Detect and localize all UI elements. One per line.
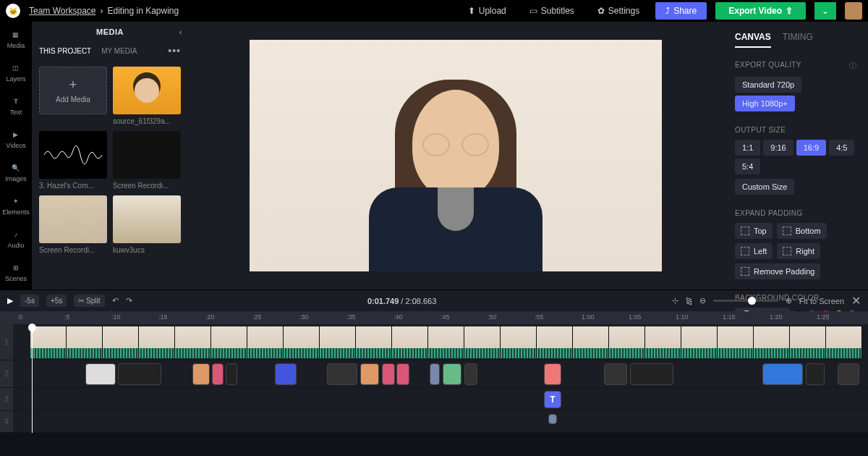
snap-icon[interactable]: ⊹ (672, 296, 678, 305)
tab-timing[interactable]: TIMING (783, 32, 813, 48)
media-more-icon[interactable]: ••• (168, 45, 181, 56)
play-button[interactable]: ▶ (7, 296, 13, 305)
pad-icon (783, 247, 791, 256)
share-icon: ⤴ (665, 6, 670, 16)
sidebar-images[interactable]: 🔍Images (5, 162, 27, 182)
clip[interactable] (443, 363, 461, 385)
video-track-1[interactable] (30, 326, 868, 358)
clip[interactable] (118, 363, 161, 385)
clip[interactable] (630, 363, 673, 385)
video-track-2[interactable] (13, 360, 868, 387)
clip[interactable] (85, 363, 116, 385)
custom-size-button[interactable]: Custom Size (735, 179, 794, 195)
ratio-9-16[interactable]: 9:16 (763, 140, 793, 156)
clip[interactable] (212, 363, 224, 385)
clip[interactable] (604, 363, 627, 385)
text-icon: T (10, 96, 22, 107)
media-item[interactable]: 3. Hazel's Com... (39, 131, 107, 190)
ratio-16-9[interactable]: 16:9 (796, 140, 826, 156)
ratio-1-1[interactable]: 1:1 (735, 140, 760, 156)
user-avatar[interactable] (845, 2, 862, 20)
audio-icon: ♪ (10, 229, 22, 240)
ratio-5-4[interactable]: 5:4 (735, 159, 760, 174)
collapse-icon[interactable]: ‹ (179, 28, 182, 36)
back-5s[interactable]: -5s (20, 295, 39, 307)
clip[interactable] (838, 363, 859, 385)
pad-right[interactable]: Right (777, 243, 820, 259)
undo-button[interactable]: ↶ (112, 296, 119, 305)
video-canvas[interactable] (188, 22, 723, 290)
sidebar-videos[interactable]: ▶Videos (6, 129, 25, 149)
sidebar-layers[interactable]: ◫Layers (6, 62, 25, 83)
zoom-out-icon[interactable]: ⊖ (699, 296, 706, 305)
clip[interactable] (806, 363, 825, 385)
clip[interactable] (360, 363, 379, 385)
clip[interactable] (226, 363, 237, 385)
ruler-tick: :5 (64, 313, 70, 321)
ratio-4-5[interactable]: 4:5 (829, 140, 854, 156)
pad-top[interactable]: Top (735, 223, 773, 239)
clip[interactable] (464, 363, 477, 385)
clip[interactable] (382, 363, 395, 385)
media-item[interactable]: kuwv3ucs (113, 195, 181, 254)
video-track-4[interactable] (13, 411, 868, 432)
media-item[interactable]: source_61f329a... (113, 67, 181, 125)
zoom-slider[interactable] (713, 300, 778, 302)
images-icon: 🔍 (10, 162, 22, 174)
clip[interactable] (396, 363, 409, 385)
redo-button[interactable]: ↷ (126, 296, 132, 305)
tab-canvas[interactable]: CANVAS (735, 32, 771, 48)
video-track-3[interactable]: T (13, 388, 868, 410)
project-name: Editing in Kapwing (107, 6, 179, 16)
media-item-label: kuwv3ucs (113, 246, 181, 254)
settings-button[interactable]: ✿Settings (590, 3, 647, 19)
sidebar-text[interactable]: TText (10, 96, 22, 116)
export-dropdown[interactable]: ⌄ (814, 2, 836, 20)
add-media-button[interactable]: +Add Media (39, 67, 107, 114)
pad-bottom[interactable]: Bottom (777, 223, 827, 239)
fit-to-screen[interactable]: Fit to Screen (799, 297, 844, 305)
quality-high[interactable]: High 1080p+ (735, 96, 795, 111)
remove-padding[interactable]: Remove Padding (735, 263, 820, 279)
clip[interactable] (192, 363, 210, 385)
timecode: 0:01.749 / 2:08.663 (367, 297, 436, 305)
video-frame (103, 326, 139, 358)
export-button[interactable]: Export Video⇪ (715, 2, 806, 20)
upload-button[interactable]: ⬆Upload (461, 3, 514, 19)
tab-this-project[interactable]: THIS PROJECT (39, 47, 91, 55)
ruler-tick: 1:15 (723, 313, 736, 321)
split-button[interactable]: ✂ Split (74, 295, 104, 307)
clip[interactable] (548, 414, 557, 424)
clip[interactable] (544, 363, 561, 385)
close-icon[interactable]: ✕ (851, 294, 861, 308)
video-frame (356, 326, 392, 358)
sidebar-elements[interactable]: ✦Elements (2, 195, 30, 216)
video-frame (464, 326, 501, 358)
clip[interactable] (275, 363, 297, 385)
quality-standard[interactable]: Standard 720p (735, 77, 801, 93)
zoom-in-icon[interactable]: ⊕ (786, 296, 792, 305)
app-logo[interactable]: 🐱 (6, 4, 20, 18)
timeline-ruler[interactable]: :0:5:10:15:20:25:30:35:40:45:50:551:001:… (0, 311, 868, 324)
pad-left[interactable]: Left (735, 243, 773, 259)
sidebar-audio[interactable]: ♪Audio (7, 229, 24, 249)
text-clip[interactable]: T (544, 391, 561, 408)
plus-icon: + (69, 77, 77, 93)
help-icon[interactable]: ⓘ (849, 61, 856, 71)
subtitles-button[interactable]: ▭Subtitles (522, 3, 582, 19)
tab-my-media[interactable]: MY MEDIA (101, 47, 137, 55)
share-button[interactable]: ⤴Share (655, 2, 707, 20)
media-item[interactable]: Screen Recordi... (113, 131, 181, 190)
media-item[interactable]: Screen Recordi... (39, 195, 107, 254)
clip[interactable] (430, 363, 440, 385)
fwd-5s[interactable]: +5s (46, 295, 67, 307)
ruler-tick: 1:20 (770, 313, 783, 321)
clip[interactable] (762, 363, 803, 385)
upload-icon: ⬆ (468, 6, 475, 16)
playhead[interactable] (32, 324, 33, 433)
sidebar-scenes[interactable]: ⊞Scenes (5, 262, 27, 282)
sidebar-media[interactable]: ▦Media (7, 29, 25, 49)
workspace-link[interactable]: Team Workspace (29, 6, 95, 16)
magnet-icon[interactable]: ⧎ (686, 296, 692, 305)
clip[interactable] (327, 363, 357, 385)
